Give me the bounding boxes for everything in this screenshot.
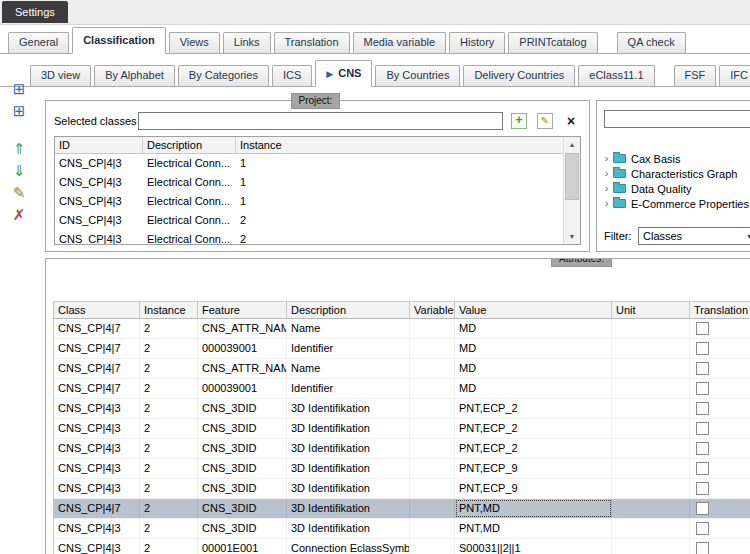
export-classes-icon[interactable]: ⇓: [8, 162, 30, 180]
tab-settings[interactable]: Settings: [2, 1, 68, 23]
chevron-right-icon[interactable]: ›: [600, 197, 613, 210]
tab-history[interactable]: History: [449, 32, 505, 53]
attributes-table-header: Class Instance Feature Description Varia…: [54, 301, 750, 319]
tab-views[interactable]: Views: [169, 32, 220, 53]
edit-class-button[interactable]: ✎: [535, 112, 555, 130]
attributes-table: Class Instance Feature Description Varia…: [53, 301, 750, 554]
copy-classes-icon[interactable]: ⊞: [8, 80, 30, 98]
column-header-id[interactable]: ID: [55, 137, 143, 153]
tree-item-cax-basis[interactable]: › Cax Basis: [600, 151, 750, 166]
translation-checkbox[interactable]: [696, 462, 709, 475]
tab-by-alphabet[interactable]: ▶By Alphabet: [94, 65, 175, 86]
translation-checkbox[interactable]: [696, 382, 709, 395]
chevron-down-icon: ▼: [746, 233, 750, 240]
attribute-row[interactable]: CNS_CP|4|3 2 CNS_3DID 3D Identifikation …: [54, 519, 750, 539]
tab-by-countries[interactable]: ▶By Countries: [375, 65, 460, 86]
tab-printcatalog[interactable]: PRINTcatalog: [508, 32, 597, 53]
scroll-up-button[interactable]: ▲: [564, 137, 580, 152]
selected-classes-input[interactable]: [138, 112, 503, 130]
column-header-description[interactable]: Description: [143, 137, 236, 153]
tab-eclass11-1[interactable]: ▶eClass11.1: [578, 65, 654, 86]
translation-checkbox[interactable]: [696, 362, 709, 375]
translation-checkbox[interactable]: [696, 402, 709, 415]
chevron-right-icon[interactable]: ›: [600, 182, 613, 195]
tree-item-data-quality[interactable]: › Data Quality: [600, 181, 750, 196]
attribute-row[interactable]: CNS_CP|4|7 2 000039001 Identifier MD: [54, 339, 750, 359]
catalog-tree: › Cax Basis › Characteristics Graph › Da…: [600, 151, 750, 211]
attribute-row[interactable]: CNS_CP|4|3 2 00001E001 Connection Eclass…: [54, 539, 750, 554]
tab-qa-check[interactable]: QA check: [617, 32, 686, 53]
close-icon: ×: [567, 113, 575, 129]
translation-checkbox[interactable]: [696, 422, 709, 435]
attributes-panel: Attributes: Class Instance Feature Descr…: [45, 258, 750, 554]
attribute-row[interactable]: CNS_CP|4|7 2 000039001 Identifier MD: [54, 379, 750, 399]
tab-media-variable[interactable]: Media variable: [353, 32, 447, 53]
translation-checkbox[interactable]: [696, 502, 709, 515]
class-row[interactable]: CNS_CP|4|3 Electrical Conn... 2: [55, 230, 564, 244]
remove-list-icon[interactable]: ✗: [8, 206, 30, 224]
tab-fsf[interactable]: ▶FSF: [674, 65, 717, 86]
attribute-row[interactable]: CNS_CP|4|3 2 CNS_3DID 3D Identifikation …: [54, 419, 750, 439]
column-header-description[interactable]: Description: [287, 302, 410, 318]
add-classes-icon[interactable]: ⊞: [8, 102, 30, 120]
tab-ifc[interactable]: ▶IFC: [719, 65, 750, 86]
attribute-row[interactable]: CNS_CP|4|3 2 CNS_3DID 3D Identifikation …: [54, 399, 750, 419]
vertical-scrollbar[interactable]: ▲ ▼: [563, 137, 580, 244]
selected-classes-label: Selected classes: [54, 115, 138, 127]
tab-translation[interactable]: Translation: [274, 32, 350, 53]
attribute-row[interactable]: CNS_CP|4|3 2 CNS_3DID 3D Identifikation …: [54, 439, 750, 459]
tab-by-categories[interactable]: ▶By Categories: [178, 65, 269, 86]
chevron-right-icon[interactable]: ›: [600, 167, 613, 180]
scrollbar-track[interactable]: [564, 152, 580, 229]
class-row[interactable]: CNS_CP|4|3 Electrical Conn... 1: [55, 192, 564, 211]
column-header-instance[interactable]: Instance: [236, 137, 564, 153]
tab-links[interactable]: Links: [223, 32, 271, 53]
column-header-translation[interactable]: Translation: [690, 302, 750, 318]
add-class-button[interactable]: +: [509, 112, 529, 130]
tab-3d-view[interactable]: ▶3D view: [30, 65, 91, 86]
class-row[interactable]: CNS_CP|4|3 Electrical Conn... 1: [55, 154, 564, 173]
column-header-feature[interactable]: Feature: [198, 302, 287, 318]
left-toolbar: ⊞ ⊞ ⇑ ⇓ ✎ ✗: [5, 80, 33, 228]
remove-class-button[interactable]: ×: [561, 112, 581, 130]
column-header-variable[interactable]: Variable: [410, 302, 455, 318]
project-group-label: Project:: [291, 93, 341, 109]
class-row[interactable]: CNS_CP|4|3 Electrical Conn... 2: [55, 211, 564, 230]
import-classes-icon[interactable]: ⇑: [8, 140, 30, 158]
attribute-row[interactable]: CNS_CP|4|7 2 CNS_ATTR_NAME Name MD: [54, 359, 750, 379]
translation-checkbox[interactable]: [696, 542, 709, 554]
catalog-panel: › Cax Basis › Characteristics Graph › Da…: [596, 100, 750, 252]
edit-list-icon[interactable]: ✎: [8, 184, 30, 202]
project-panel: Project: Selected classes + ✎ × ID Descr…: [45, 100, 590, 252]
column-header-instance[interactable]: Instance: [140, 302, 198, 318]
translation-checkbox[interactable]: [696, 442, 709, 455]
attribute-row[interactable]: CNS_CP|4|7 2 CNS_ATTR_NAME Name MD: [54, 319, 750, 339]
folder-icon: [613, 184, 626, 193]
class-row[interactable]: CNS_CP|4|3 Electrical Conn... 1: [55, 173, 564, 192]
tree-item-characteristics-graph[interactable]: › Characteristics Graph: [600, 166, 750, 181]
column-header-value[interactable]: Value: [455, 302, 612, 318]
scrollbar-thumb[interactable]: [565, 153, 579, 200]
tree-item-e-commerce-properties[interactable]: › E-Commerce Properties: [600, 196, 750, 211]
attribute-row[interactable]: CNS_CP|4|3 2 CNS_3DID 3D Identifikation …: [54, 459, 750, 479]
plus-icon: +: [511, 113, 527, 129]
main-tab-bar: General Classification Views Links Trans…: [0, 26, 750, 54]
translation-checkbox[interactable]: [696, 482, 709, 495]
filter-dropdown[interactable]: Classes ▼: [638, 227, 750, 245]
attribute-row[interactable]: CNS_CP|4|7 2 CNS_3DID 3D Identifikation …: [54, 499, 750, 519]
tab-classification[interactable]: Classification: [72, 27, 166, 54]
folder-icon: [613, 199, 626, 208]
column-header-class[interactable]: Class: [54, 302, 140, 318]
attribute-row[interactable]: CNS_CP|4|3 2 CNS_3DID 3D Identifikation …: [54, 479, 750, 499]
tab-delivery-countries[interactable]: ▶Delivery Countries: [463, 65, 575, 86]
column-header-unit[interactable]: Unit: [612, 302, 690, 318]
scroll-down-button[interactable]: ▼: [564, 229, 580, 244]
tab-general[interactable]: General: [8, 32, 69, 53]
translation-checkbox[interactable]: [696, 522, 709, 535]
chevron-right-icon[interactable]: ›: [600, 152, 613, 165]
tab-ics[interactable]: ▶ICS: [272, 65, 312, 86]
translation-checkbox[interactable]: [696, 342, 709, 355]
tab-cns[interactable]: ▶CNS: [315, 60, 372, 87]
catalog-search-input[interactable]: [604, 110, 750, 128]
translation-checkbox[interactable]: [696, 322, 709, 335]
